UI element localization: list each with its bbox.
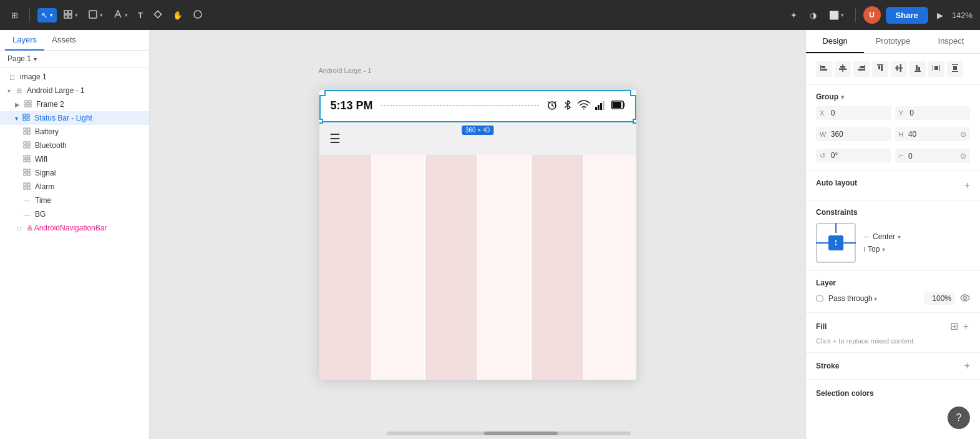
layer-item-time[interactable]: ··· Time [0, 194, 149, 207]
align-right-button[interactable] [853, 61, 870, 77]
y-input[interactable] [910, 109, 966, 117]
align-top-button[interactable] [872, 61, 888, 77]
link-proportions-icon[interactable]: ⊙ [960, 130, 966, 139]
blend-mode-dot [816, 295, 823, 302]
x-input[interactable] [831, 109, 888, 117]
align-center-v-button[interactable] [891, 61, 907, 77]
align-left-button[interactable] [816, 61, 832, 77]
horizontal-constraint-icon: ↔ [863, 233, 870, 240]
layer-item-battery[interactable]: Battery [0, 125, 149, 139]
theme-button[interactable]: ◑ [806, 8, 820, 22]
layer-item-image1[interactable]: ◻ image 1 [0, 70, 149, 84]
battery-grid-icon [22, 127, 31, 136]
svg-rect-8 [29, 101, 31, 103]
layer-item-bluetooth[interactable]: Bluetooth [0, 139, 149, 152]
blend-mode-chevron: ▾ [874, 295, 877, 302]
vertical-constraint[interactable]: I Top ▾ [863, 245, 901, 254]
pen-tool-button[interactable]: ▾ [109, 7, 132, 24]
status-bar-handle-bl[interactable] [319, 119, 323, 124]
help-button[interactable]: ? [948, 407, 970, 429]
status-time: 5:13 PM [331, 99, 373, 112]
tab-assets[interactable]: Assets [44, 30, 84, 51]
layer-item-bg[interactable]: — BG [0, 207, 149, 221]
vertical-constraint-chevron: ▾ [882, 246, 885, 253]
layer-item-status-bar-light[interactable]: ▾ Status Bar - Light [0, 111, 149, 125]
svg-rect-27 [24, 169, 26, 172]
distribute-v-button[interactable] [947, 61, 963, 77]
hamburger-icon: ☰ [329, 131, 341, 146]
text-tool-button[interactable]: T [134, 8, 147, 22]
status-bar[interactable]: 5:13 PM [319, 90, 636, 122]
svg-rect-51 [858, 69, 865, 71]
visibility-toggle-button[interactable] [960, 293, 970, 303]
status-bar-handle-br[interactable] [633, 119, 637, 124]
layer-blend-title: Layer [816, 279, 970, 287]
h-label: H [899, 131, 905, 138]
hand-tool-button[interactable]: ✋ [169, 8, 187, 22]
tab-design[interactable]: Design [806, 30, 864, 53]
horizontal-constraint[interactable]: ↔ Center ▾ [863, 232, 901, 241]
home-button[interactable]: ⊞ [7, 8, 22, 22]
svg-rect-65 [953, 66, 957, 70]
user-avatar[interactable]: U [863, 6, 881, 24]
align-center-h-button[interactable] [835, 61, 851, 77]
canvas-settings-button[interactable]: ⬜ ▾ [825, 8, 848, 22]
distribute-h-button[interactable] [928, 61, 944, 77]
corner-expand-icon[interactable]: ⊙ [960, 152, 966, 160]
tab-layers[interactable]: Layers [5, 30, 44, 51]
svg-rect-57 [900, 64, 902, 72]
svg-rect-26 [27, 159, 30, 162]
shape-tool-button[interactable]: ▾ [84, 7, 107, 24]
content-col-4 [478, 155, 531, 380]
plugins-button[interactable]: ✦ [787, 8, 801, 22]
page-selector[interactable]: Page 1 ▾ [0, 51, 149, 67]
svg-rect-5 [154, 11, 161, 17]
move-tool-button[interactable]: ↖ ▾ [37, 8, 57, 22]
svg-rect-17 [24, 132, 26, 134]
component-tool-button[interactable] [149, 7, 167, 24]
layer-item-signal[interactable]: Signal [0, 166, 149, 180]
play-icon: ▶ [937, 11, 943, 20]
svg-rect-42 [613, 102, 621, 108]
x-field: X [816, 106, 891, 120]
alarm-grid-icon [22, 182, 31, 191]
svg-rect-10 [29, 104, 31, 107]
status-bar-expand-icon: ▾ [15, 115, 18, 122]
comment-tool-button[interactable] [189, 7, 206, 24]
fill-add-button[interactable]: + [962, 320, 970, 332]
move-tool-chevron: ▾ [50, 12, 53, 18]
svg-rect-21 [24, 146, 26, 148]
h-input[interactable] [908, 130, 954, 139]
layer-item-android-nav[interactable]: ◇ & AndroidNavigationBar [0, 221, 149, 235]
share-button[interactable]: Share [886, 7, 928, 24]
layer-item-frame2[interactable]: ▶ Frame 2 [0, 97, 149, 111]
auto-layout-add-button[interactable]: + [964, 180, 970, 191]
svg-rect-47 [840, 66, 845, 68]
rotation-input[interactable] [831, 151, 888, 160]
content-col-6 [585, 155, 636, 380]
frame2-icon [24, 100, 32, 109]
toolbar-separator-1 [29, 7, 30, 22]
selection-dashed-line [381, 106, 539, 106]
component-tool-icon [153, 9, 163, 21]
stroke-add-button[interactable]: + [964, 360, 970, 372]
frame-tool-button[interactable]: ▾ [59, 7, 82, 24]
layer-item-alarm[interactable]: Alarm [0, 180, 149, 194]
tab-prototype[interactable]: Prototype [864, 30, 922, 53]
align-bottom-button[interactable] [910, 61, 926, 77]
svg-rect-29 [24, 173, 26, 175]
canvas-area[interactable]: Android Large - 1 5:13 PM [150, 30, 805, 439]
svg-rect-0 [64, 11, 67, 14]
canvas-scrollbar[interactable] [387, 432, 631, 435]
frame-tool-chevron: ▾ [75, 12, 78, 18]
play-button[interactable]: ▶ [933, 8, 947, 22]
layer-item-android-large[interactable]: ▾ ⊞ Android Large - 1 [0, 84, 149, 97]
layer-item-wifi[interactable]: Wifi [0, 152, 149, 166]
fill-grid-button[interactable]: ⊞ [949, 320, 959, 332]
opacity-input[interactable] [924, 292, 955, 305]
layer-list: ◻ image 1 ▾ ⊞ Android Large - 1 ▶ Frame … [0, 67, 149, 439]
w-input[interactable] [831, 130, 888, 139]
corner-input[interactable] [908, 152, 954, 160]
blend-mode-select[interactable]: Pass through ▾ [828, 294, 919, 303]
tab-inspect[interactable]: Inspect [922, 30, 980, 53]
